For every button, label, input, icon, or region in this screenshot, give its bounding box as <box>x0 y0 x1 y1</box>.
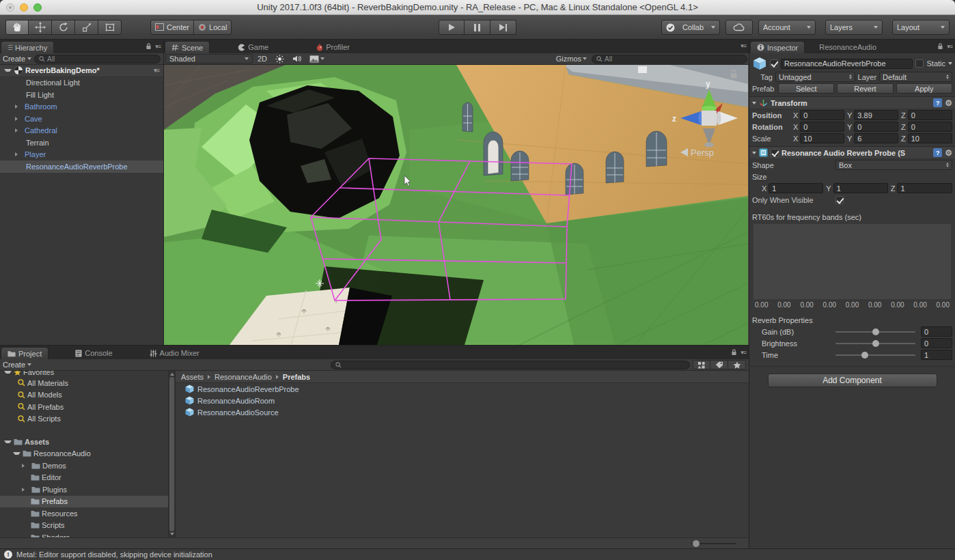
prefab-select-button[interactable]: Select <box>778 83 834 94</box>
step-button[interactable] <box>490 20 516 35</box>
prefab-revert-button[interactable]: Revert <box>837 83 893 94</box>
hierarchy-item[interactable]: Cave <box>0 113 163 125</box>
static-checkbox[interactable] <box>915 59 924 68</box>
project-file-item[interactable]: ResonanceAudioRoom <box>176 395 749 406</box>
project-tree-scrollbar[interactable] <box>168 371 176 537</box>
project-tree-item[interactable]: All Materials <box>0 377 168 389</box>
scene-viewport[interactable]: y z Persp <box>164 65 749 345</box>
panel-menu-icon[interactable]: ▾≡ <box>741 42 746 49</box>
expand-icon[interactable] <box>22 464 29 468</box>
gameobject-active-checkbox[interactable] <box>770 59 778 68</box>
project-tree-item-favorites[interactable]: Favorites <box>0 371 168 377</box>
scene-effects-dropdown[interactable] <box>306 54 328 64</box>
hierarchy-item[interactable]: Directional Light <box>0 77 163 89</box>
lock-icon[interactable] <box>731 348 737 356</box>
project-tree-item[interactable]: Scripts <box>0 520 168 532</box>
collab-dropdown[interactable]: Collab <box>661 20 720 35</box>
collapse-icon[interactable] <box>4 69 12 72</box>
hierarchy-item[interactable]: Terrain <box>0 137 163 149</box>
project-tree-item[interactable]: Resources <box>0 507 168 520</box>
size-z-field[interactable]: 1 <box>897 183 952 193</box>
static-dropdown-icon[interactable] <box>948 62 952 65</box>
favorites-star-button[interactable] <box>728 360 746 369</box>
tab-audio-mixer[interactable]: Audio Mixer <box>143 347 206 359</box>
position-x-field[interactable]: 0 <box>800 110 844 120</box>
breadcrumb-prefabs[interactable]: Prefabs <box>283 373 310 381</box>
scene-search-input[interactable]: All <box>592 55 747 64</box>
hierarchy-item-selected[interactable]: ResonanceAudioReverbProbe <box>0 160 163 173</box>
hierarchy-search-input[interactable]: All <box>34 55 161 64</box>
play-button[interactable] <box>439 20 465 35</box>
add-component-button[interactable]: Add Component <box>768 374 937 387</box>
collapse-icon[interactable] <box>4 440 12 443</box>
project-tree-item[interactable]: All Prefabs <box>0 401 168 413</box>
component-enabled-checkbox[interactable] <box>771 149 779 157</box>
rotate-tool-button[interactable] <box>52 20 75 35</box>
panel-menu-icon[interactable]: ▾≡ <box>947 43 952 50</box>
tab-resonanceaudio[interactable]: ResonanceAudio <box>813 41 883 53</box>
gain-value-field[interactable]: 0 <box>921 326 952 337</box>
collapse-icon[interactable] <box>752 102 756 104</box>
position-z-field[interactable]: 0 <box>908 110 952 120</box>
brightness-slider[interactable] <box>835 343 915 344</box>
scene-audio-toggle[interactable] <box>289 54 305 64</box>
thumbnail-zoom-slider[interactable] <box>691 543 736 544</box>
project-tree-item[interactable]: All Scripts <box>0 413 168 425</box>
brightness-value-field[interactable]: 0 <box>921 338 952 348</box>
gameobject-name-field[interactable]: ResonanceAudioReverbProbe <box>781 59 913 69</box>
panel-menu-icon[interactable]: ▾≡ <box>741 349 746 356</box>
scrollbar-thumb[interactable] <box>169 377 174 531</box>
tab-scene[interactable]: Scene <box>165 41 210 53</box>
project-search-input[interactable] <box>331 361 690 369</box>
scene-lighting-toggle[interactable] <box>272 54 288 64</box>
hierarchy-item[interactable]: Fill Light <box>0 89 163 101</box>
gizmos-dropdown[interactable]: Gizmos <box>553 54 590 64</box>
size-y-field[interactable]: 1 <box>833 183 888 193</box>
project-file-item[interactable]: ResonanceAudioSource <box>176 406 749 418</box>
tag-dropdown[interactable]: Untagged <box>775 72 855 82</box>
tab-console[interactable]: Console <box>69 347 118 359</box>
scene-menu-icon[interactable]: ▾≡ <box>154 67 159 74</box>
project-tree-item[interactable]: All Models <box>0 389 168 402</box>
hand-tool-button[interactable] <box>5 20 29 35</box>
search-by-label-button[interactable] <box>710 360 728 369</box>
slider-knob[interactable] <box>693 540 700 547</box>
status-bar[interactable]: Metal: Editor support disabled, skipping… <box>0 548 955 560</box>
project-tree-item[interactable]: ResonanceAudio <box>0 448 168 460</box>
slider-knob[interactable] <box>872 328 879 335</box>
tab-game[interactable]: Game <box>232 41 275 53</box>
layout-dropdown[interactable]: Layout <box>892 20 950 35</box>
project-tree-item-assets[interactable]: Assets <box>0 436 168 448</box>
cloud-button[interactable] <box>725 20 753 35</box>
time-value-field[interactable]: 1 <box>921 350 952 360</box>
rotation-x-field[interactable]: 0 <box>800 122 844 132</box>
expand-icon[interactable] <box>22 488 29 492</box>
breadcrumb-resonanceaudio[interactable]: ResonanceAudio <box>214 373 272 381</box>
help-book-icon[interactable]: ? <box>933 148 942 157</box>
expand-icon[interactable] <box>15 152 23 156</box>
project-tree-item[interactable]: Shaders <box>0 531 168 537</box>
gear-icon[interactable]: ⚙ <box>945 99 952 107</box>
only-when-visible-checkbox[interactable] <box>835 196 844 204</box>
pivot-center-button[interactable]: Center <box>150 20 194 35</box>
move-tool-button[interactable] <box>29 20 52 35</box>
breadcrumb-assets[interactable]: Assets <box>181 373 204 381</box>
shading-mode-dropdown[interactable]: Shaded <box>165 54 253 64</box>
transform-component-header[interactable]: Transform ? ⚙ <box>749 96 955 109</box>
time-slider[interactable] <box>835 354 915 356</box>
project-tree-item-selected[interactable]: Prefabs <box>0 496 168 508</box>
gizmo-center-cube[interactable] <box>702 111 717 126</box>
tab-inspector[interactable]: Inspector <box>750 41 805 53</box>
close-window-button[interactable] <box>6 3 14 12</box>
gain-slider[interactable] <box>835 331 915 333</box>
project-file-item[interactable]: ResonanceAudioReverbProbe <box>176 383 749 395</box>
minimize-window-button[interactable] <box>20 3 28 12</box>
rect-tool-button[interactable] <box>98 20 122 35</box>
tab-profiler[interactable]: Profiler <box>310 41 356 53</box>
scroll-up-icon[interactable] <box>170 373 174 376</box>
lock-icon[interactable] <box>937 42 943 50</box>
rotation-y-field[interactable]: 0 <box>854 122 898 132</box>
size-x-field[interactable]: 1 <box>769 183 823 193</box>
panel-menu-icon[interactable]: ▾≡ <box>155 43 161 50</box>
pause-button[interactable] <box>465 20 490 35</box>
